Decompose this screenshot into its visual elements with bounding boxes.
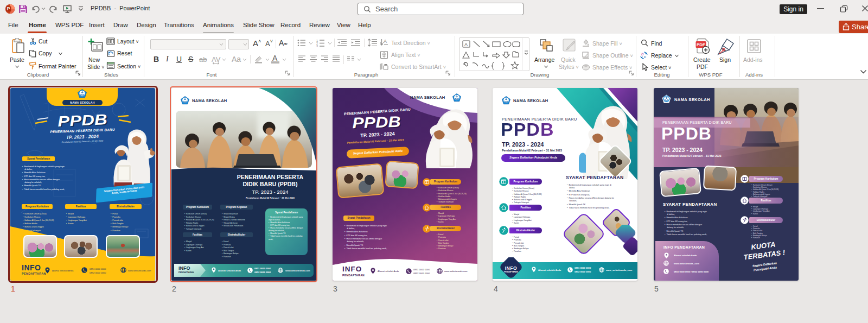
svg-text:A: A xyxy=(384,39,387,44)
svg-text:P: P xyxy=(7,6,10,11)
svg-text:PDF: PDF xyxy=(697,42,705,47)
svg-text:3: 3 xyxy=(316,45,318,47)
svg-text:A: A xyxy=(464,42,468,47)
svg-text:c: c xyxy=(644,54,646,59)
